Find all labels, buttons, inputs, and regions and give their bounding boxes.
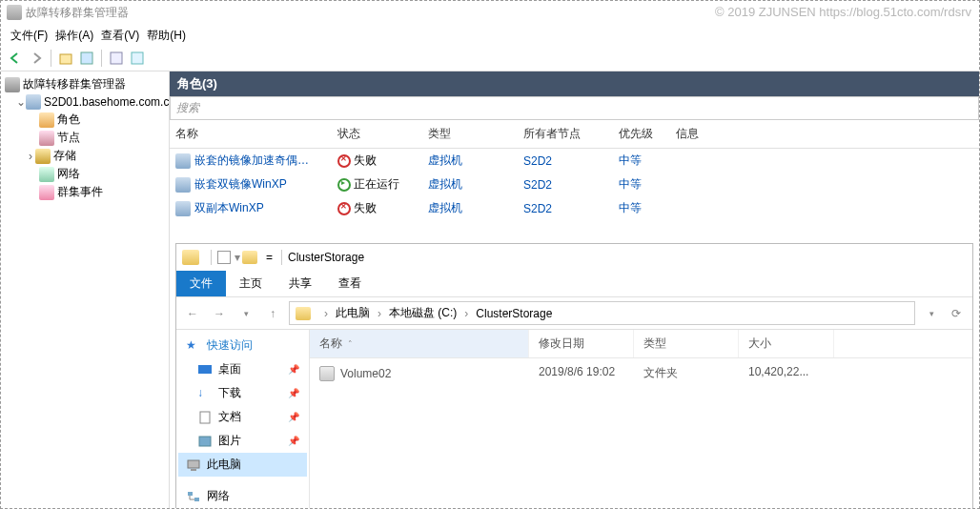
pc-icon	[186, 458, 201, 473]
refresh-icon[interactable]	[78, 50, 95, 67]
explorer-titlebar: ▾ = ClusterStorage	[176, 244, 972, 271]
tab-file[interactable]: 文件	[176, 271, 226, 296]
nav-network[interactable]: 网络	[178, 484, 307, 508]
col-status[interactable]: 状态	[332, 124, 422, 144]
overflow-icon[interactable]: =	[266, 251, 273, 264]
tab-view[interactable]: 查看	[325, 271, 375, 296]
file-list: 名称 ˄ 修改日期 类型 大小 Volume022019/8/6 19:02文件…	[310, 330, 972, 508]
file-type: 文件夹	[634, 362, 739, 384]
nav-pictures[interactable]: 图片 📌	[178, 429, 307, 453]
vm-icon	[175, 201, 191, 216]
svg-rect-8	[191, 469, 196, 471]
crumb-drive[interactable]: 本地磁盘 (C:)	[389, 305, 457, 321]
menu-help[interactable]: 帮助(H)	[143, 26, 190, 43]
tree-root[interactable]: 故障转移群集管理器	[3, 75, 167, 93]
role-table-body: 嵌套的镜像加速奇偶…失败虚拟机S2D2中等嵌套双镜像WinXP正在运行虚拟机S2…	[170, 149, 979, 220]
col-label: 名称	[319, 336, 342, 352]
filecol-date[interactable]: 修改日期	[529, 330, 634, 357]
nav-up-icon[interactable]: ↑	[262, 303, 283, 324]
tree-storage-label: 存储	[53, 148, 76, 164]
menu-action[interactable]: 操作(A)	[51, 26, 97, 43]
crumb-thispc[interactable]: 此电脑	[336, 305, 370, 321]
col-type[interactable]: 类型	[422, 124, 518, 144]
role-info	[670, 198, 979, 218]
col-info[interactable]: 信息	[670, 124, 979, 144]
explorer-title: ClusterStorage	[288, 251, 364, 264]
help-icon[interactable]	[129, 50, 146, 67]
role-type: 虚拟机	[422, 198, 518, 218]
role-row[interactable]: 双副本WinXP失败虚拟机S2D2中等	[170, 196, 979, 220]
role-owner: S2D2	[518, 198, 613, 218]
checkbox-icon[interactable]	[217, 251, 231, 264]
menu-file[interactable]: 文件(F)	[7, 26, 51, 43]
col-name[interactable]: 名称	[170, 124, 332, 144]
filecol-type[interactable]: 类型	[634, 330, 739, 357]
filecol-size[interactable]: 大小	[739, 330, 834, 357]
explorer-nav: ★ 快速访问 桌面 📌 ↓ 下载 📌 文档	[176, 330, 310, 508]
role-info	[670, 174, 979, 194]
tree-roles[interactable]: 角色	[3, 111, 167, 129]
svg-rect-6	[199, 437, 211, 446]
up-icon[interactable]	[57, 50, 74, 67]
tree-cluster-label: S2D01.basehome.com.cn	[44, 95, 170, 109]
properties-icon[interactable]	[108, 50, 125, 67]
crumb-folder[interactable]: ClusterStorage	[476, 307, 552, 320]
ribbon-tabs: 文件 主页 共享 查看	[176, 271, 972, 296]
role-info	[670, 151, 979, 171]
tab-home[interactable]: 主页	[226, 271, 276, 296]
tree-storage[interactable]: › 存储	[3, 147, 167, 165]
tree-cluster[interactable]: ⌄ S2D01.basehome.com.cn	[3, 93, 167, 111]
menu-view[interactable]: 查看(V)	[97, 26, 143, 43]
app-title: 故障转移群集管理器	[26, 5, 129, 21]
cluster-manager-icon	[5, 77, 20, 92]
forward-icon[interactable]	[28, 50, 45, 67]
nav-thispc[interactable]: 此电脑	[178, 453, 307, 477]
back-icon[interactable]	[7, 50, 24, 67]
status-icon	[337, 202, 351, 215]
refresh-icon[interactable]: ⟳	[946, 303, 967, 324]
status-icon	[337, 154, 351, 168]
search-input[interactable]: 搜索	[170, 96, 979, 120]
tree-events[interactable]: 群集事件	[3, 183, 167, 201]
file-rows: Volume022019/8/6 19:02文件夹10,420,22...	[310, 358, 972, 388]
folder-icon	[182, 250, 199, 265]
nav-desktop[interactable]: 桌面 📌	[178, 357, 307, 381]
file-row[interactable]: Volume022019/8/6 19:02文件夹10,420,22...	[310, 358, 972, 388]
role-table-header: 名称 状态 类型 所有者节点 优先级 信息	[170, 120, 979, 149]
events-icon	[39, 185, 54, 200]
cluster-icon	[26, 94, 41, 110]
role-status: 失败	[354, 153, 377, 169]
panel-header: 角色(3)	[170, 71, 979, 96]
role-owner: S2D2	[518, 174, 613, 194]
nav-forward-icon[interactable]: →	[209, 303, 230, 324]
nav-quick-access[interactable]: ★ 快速访问	[178, 334, 307, 357]
pin-icon: 📌	[288, 412, 299, 422]
chevron-down-icon[interactable]: ▾	[235, 251, 240, 264]
network-icon	[186, 489, 201, 504]
nav-back-icon[interactable]: ←	[182, 303, 203, 324]
col-priority[interactable]: 优先级	[613, 124, 670, 144]
col-owner[interactable]: 所有者节点	[518, 124, 613, 144]
tab-share[interactable]: 共享	[276, 271, 325, 296]
tree-pane: 故障转移群集管理器 ⌄ S2D01.basehome.com.cn 角色 节点 …	[1, 71, 170, 508]
history-icon[interactable]: ▾	[235, 303, 256, 324]
nav-label: 下载	[218, 385, 241, 401]
filecol-name[interactable]: 名称 ˄	[310, 330, 529, 357]
breadcrumb[interactable]: › 此电脑 › 本地磁盘 (C:) › ClusterStorage	[289, 301, 915, 325]
role-name: 嵌套的镜像加速奇偶…	[194, 153, 309, 169]
tree-network[interactable]: 网络	[3, 165, 167, 183]
svg-rect-1	[81, 52, 92, 64]
role-row[interactable]: 嵌套的镜像加速奇偶…失败虚拟机S2D2中等	[170, 149, 979, 173]
role-type: 虚拟机	[422, 174, 518, 194]
role-row[interactable]: 嵌套双镜像WinXP正在运行虚拟机S2D2中等	[170, 173, 979, 196]
separator	[211, 250, 212, 265]
nav-downloads[interactable]: ↓ 下载 📌	[178, 381, 307, 405]
caret-icon: ›	[26, 150, 35, 163]
dropdown-icon[interactable]: ▾	[921, 303, 942, 324]
file-columns: 名称 ˄ 修改日期 类型 大小	[310, 330, 972, 358]
pin-icon: 📌	[288, 364, 299, 375]
vm-icon	[175, 153, 191, 169]
nav-documents[interactable]: 文档 📌	[178, 405, 307, 429]
tree-nodes[interactable]: 节点	[3, 129, 167, 147]
nav-label: 桌面	[218, 361, 241, 377]
